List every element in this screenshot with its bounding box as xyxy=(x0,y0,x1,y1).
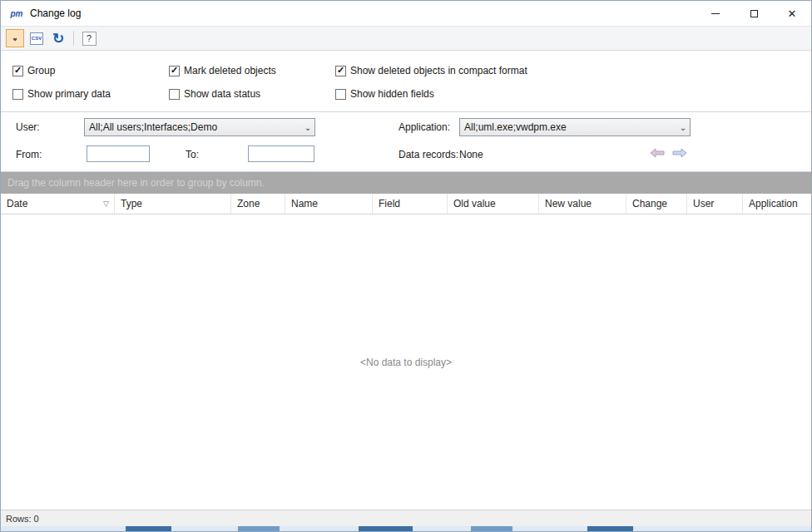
checkbox-label: Mark deleted objects xyxy=(184,65,276,76)
toggle-filter-panel-button[interactable]: ⌄⌄ xyxy=(6,29,24,47)
options-row-2: Show primary data Show data status Show … xyxy=(1,82,811,106)
to-input[interactable] xyxy=(248,145,314,162)
checkbox-label: Group xyxy=(27,65,55,76)
refresh-icon: ↻ xyxy=(52,32,64,46)
minimize-button[interactable] xyxy=(696,1,735,26)
grid-column-headers: Date ▽ Type Zone Name Field Old value Ne… xyxy=(1,194,811,214)
toolbar-separator xyxy=(73,31,74,46)
refresh-button[interactable]: ↻ xyxy=(49,29,67,47)
maximize-button[interactable] xyxy=(735,1,773,26)
checkbox-show-primary-data[interactable]: Show primary data xyxy=(1,88,169,100)
checkbox-show-data-status[interactable]: Show data status xyxy=(169,88,335,100)
checkbox-show-deleted-compact[interactable]: Show deleted objects in compact format xyxy=(335,65,811,76)
arrow-left-icon xyxy=(650,148,665,158)
checkbox-label: Show primary data xyxy=(27,88,111,100)
chevron-down-icon: ⌄ xyxy=(301,123,314,132)
column-header-new-value[interactable]: New value xyxy=(539,194,626,214)
checkbox-label: Show hidden fields xyxy=(350,88,434,100)
previous-record-button[interactable] xyxy=(650,148,665,160)
toolbar: ⌄⌄ CSV ↻ ? xyxy=(1,26,811,51)
data-records-label: Data records: xyxy=(399,149,458,160)
application-select-value: All;uml.exe;vwdpm.exe xyxy=(464,121,676,133)
checkbox-show-hidden-fields[interactable]: Show hidden fields xyxy=(335,88,811,100)
rows-count: Rows: 0 xyxy=(6,514,39,524)
help-button[interactable]: ? xyxy=(80,29,98,47)
to-label: To: xyxy=(186,149,199,160)
options-row-1: Group Mark deleted objects Show deleted … xyxy=(1,59,811,82)
chevron-down-icon: ⌄ xyxy=(676,123,690,132)
no-data-message: <No data to display> xyxy=(1,357,811,368)
checkbox[interactable] xyxy=(335,66,346,76)
checkbox[interactable] xyxy=(12,89,23,100)
close-button[interactable]: ✕ xyxy=(773,1,811,26)
column-header-name[interactable]: Name xyxy=(285,194,373,214)
sort-descending-icon: ▽ xyxy=(103,200,109,208)
title-bar: pm Change log ✕ xyxy=(1,1,811,26)
change-log-window: pm Change log ✕ ⌄⌄ CSV ↻ ? Group xyxy=(0,0,812,532)
app-icon: pm xyxy=(9,7,24,20)
application-select[interactable]: All;uml.exe;vwdpm.exe ⌄ xyxy=(459,118,691,136)
taskbar-strip xyxy=(1,526,811,531)
maximize-icon xyxy=(750,10,758,17)
user-select[interactable]: All;All users;Interfaces;Demo ⌄ xyxy=(84,118,315,136)
column-header-application[interactable]: Application xyxy=(743,194,811,214)
arrow-right-icon xyxy=(672,148,687,158)
column-header-date[interactable]: Date ▽ xyxy=(1,194,115,214)
checkbox[interactable] xyxy=(169,89,180,100)
column-header-field[interactable]: Field xyxy=(373,194,448,214)
column-header-zone[interactable]: Zone xyxy=(231,194,285,214)
filter-panel: User: All;All users;Interfaces;Demo ⌄ Ap… xyxy=(1,112,811,172)
column-header-type[interactable]: Type xyxy=(115,194,231,214)
minimize-icon xyxy=(711,13,720,14)
next-record-button[interactable] xyxy=(672,148,687,160)
grid-body: <No data to display> xyxy=(1,214,811,510)
double-chevron-down-icon: ⌄⌄ xyxy=(12,36,18,41)
checkbox-label: Show deleted objects in compact format xyxy=(350,65,527,76)
from-label: From: xyxy=(16,149,42,160)
export-csv-button[interactable]: CSV xyxy=(27,29,46,47)
checkbox[interactable] xyxy=(169,66,180,76)
column-header-change[interactable]: Change xyxy=(626,194,687,214)
help-icon: ? xyxy=(82,32,97,46)
column-header-old-value[interactable]: Old value xyxy=(448,194,539,214)
column-header-user[interactable]: User xyxy=(687,194,743,214)
group-by-hint-text: Drag the column header here in order to … xyxy=(7,177,265,189)
window-controls: ✕ xyxy=(696,1,811,26)
checkbox[interactable] xyxy=(12,66,23,76)
application-label: Application: xyxy=(399,121,450,133)
group-by-drop-zone[interactable]: Drag the column header here in order to … xyxy=(1,172,811,194)
checkbox[interactable] xyxy=(335,89,346,100)
checkbox-group[interactable]: Group xyxy=(1,65,169,76)
checkbox-mark-deleted-objects[interactable]: Mark deleted objects xyxy=(169,65,335,76)
data-records-value: None xyxy=(459,149,483,160)
user-select-value: All;All users;Interfaces;Demo xyxy=(89,121,301,133)
checkbox-label: Show data status xyxy=(184,88,260,100)
from-input[interactable] xyxy=(87,145,150,162)
status-bar: Rows: 0 xyxy=(1,510,811,526)
user-label: User: xyxy=(16,121,40,133)
csv-icon: CSV xyxy=(30,32,43,45)
options-panel: Group Mark deleted objects Show deleted … xyxy=(1,51,811,112)
window-title: Change log xyxy=(30,7,81,19)
close-icon: ✕ xyxy=(788,8,797,19)
